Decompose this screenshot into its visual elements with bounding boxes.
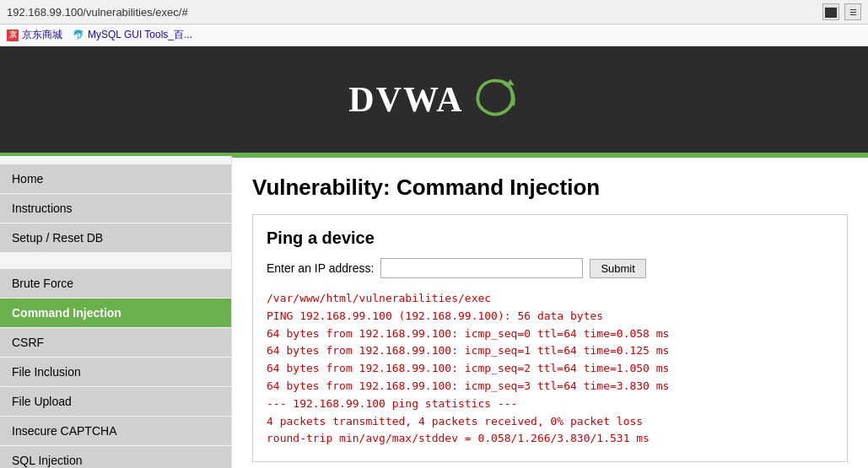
bookmarks-bar: 京 京东商城 🐬 MySQL GUI Tools_百...: [0, 24, 868, 46]
bookmark-mysql[interactable]: 🐬 MySQL GUI Tools_百...: [73, 28, 192, 42]
ping-output: /var/www/html/vulnerabilities/execPING 1…: [267, 290, 833, 448]
main-area: Home Instructions Setup / Reset DB Brute…: [0, 156, 868, 468]
menu-icon[interactable]: ☰: [844, 3, 861, 20]
sidebar-item-setup-reset[interactable]: Setup / Reset DB: [0, 223, 231, 252]
output-line: 64 bytes from 192.168.99.100: icmp_seq=0…: [267, 325, 833, 343]
page-title: Vulnerability: Command Injection: [252, 175, 848, 201]
ping-label: Enter an IP address:: [267, 261, 374, 275]
output-line: round-trip min/avg/max/stddev = 0.058/1.…: [267, 430, 833, 448]
app-wrapper: DVWA Home Instructions Setup / Reset DB …: [0, 46, 868, 468]
sidebar-item-brute-force[interactable]: Brute Force: [0, 269, 231, 298]
output-line: --- 192.168.99.100 ping statistics ---: [267, 395, 833, 413]
output-line: 4 packets transmitted, 4 packets receive…: [267, 413, 833, 431]
content-area: Vulnerability: Command Injection Ping a …: [232, 156, 868, 468]
dvwa-swirl-icon: [469, 74, 520, 125]
sidebar-item-insecure-captcha[interactable]: Insecure CAPTCHA: [0, 417, 231, 445]
bookmark-jd-label: 京东商城: [22, 28, 62, 42]
sidebar-item-sql-injection[interactable]: SQL Injection: [0, 446, 231, 468]
sidebar-divider: [0, 261, 231, 269]
output-line: /var/www/html/vulnerabilities/exec: [267, 290, 833, 308]
bookmark-mysql-label: MySQL GUI Tools_百...: [88, 28, 192, 42]
submit-button[interactable]: Submit: [590, 259, 645, 278]
logo-text: DVWA: [348, 79, 463, 120]
ping-box: Ping a device Enter an IP address: Submi…: [252, 214, 848, 462]
bookmark-jd[interactable]: 京 京东商城: [7, 28, 62, 42]
ping-form: Enter an IP address: Submit: [267, 258, 833, 278]
ping-input[interactable]: [380, 258, 583, 278]
sidebar-item-csrf[interactable]: CSRF: [0, 328, 231, 357]
sidebar-item-instructions[interactable]: Instructions: [0, 194, 231, 223]
site-header: DVWA: [0, 46, 868, 156]
sidebar-item-file-upload[interactable]: File Upload: [0, 387, 231, 416]
ping-box-title: Ping a device: [267, 229, 833, 248]
browser-chrome: 192.168.99.100/vulnerabilities/exec/# ██…: [0, 0, 868, 24]
sidebar-top-section: Home Instructions Setup / Reset DB: [0, 164, 231, 252]
sidebar-item-command-injection[interactable]: Command Injection: [0, 299, 231, 327]
url-bar[interactable]: 192.168.99.100/vulnerabilities/exec/#: [7, 6, 188, 19]
jd-icon: 京: [7, 30, 19, 41]
qr-icon[interactable]: ██: [822, 3, 839, 20]
output-line: 64 bytes from 192.168.99.100: icmp_seq=3…: [267, 378, 833, 395]
sidebar-item-home[interactable]: Home: [0, 164, 231, 193]
output-line: 64 bytes from 192.168.99.100: icmp_seq=1…: [267, 342, 833, 360]
sidebar: Home Instructions Setup / Reset DB Brute…: [0, 156, 232, 468]
mysql-icon: 🐬: [73, 30, 84, 41]
output-line: 64 bytes from 192.168.99.100: icmp_seq=2…: [267, 360, 833, 378]
browser-icons: ██ ☰: [822, 3, 861, 20]
sidebar-vuln-section: Brute Force Command Injection CSRF File …: [0, 269, 231, 468]
sidebar-item-file-inclusion[interactable]: File Inclusion: [0, 358, 231, 386]
dvwa-logo: DVWA: [348, 74, 519, 125]
output-line: PING 192.168.99.100 (192.168.99.100): 56…: [267, 308, 833, 325]
